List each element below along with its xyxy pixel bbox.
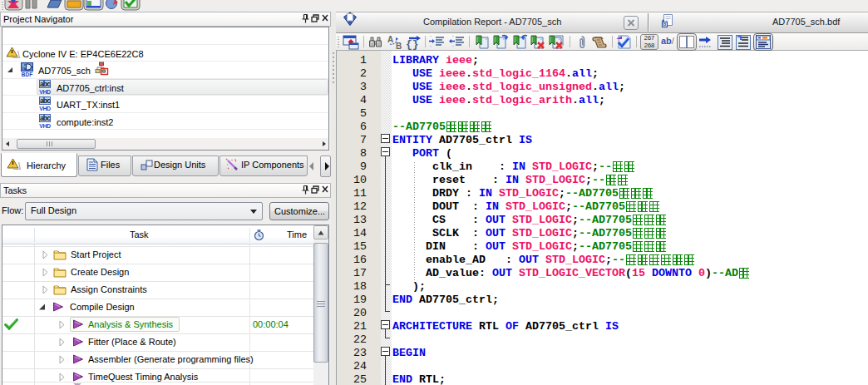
svg-text:BDF: BDF: [22, 72, 32, 77]
svg-text:abc: abc: [40, 96, 51, 105]
svg-text:B: B: [396, 42, 402, 51]
svg-text:VHD: VHD: [39, 123, 51, 129]
svg-text:A: A: [387, 35, 393, 44]
svg-text:abc: abc: [40, 80, 51, 88]
svg-text:VHD: VHD: [39, 89, 51, 95]
svg-text:VHD: VHD: [39, 106, 51, 111]
svg-text:abc: abc: [40, 114, 51, 122]
